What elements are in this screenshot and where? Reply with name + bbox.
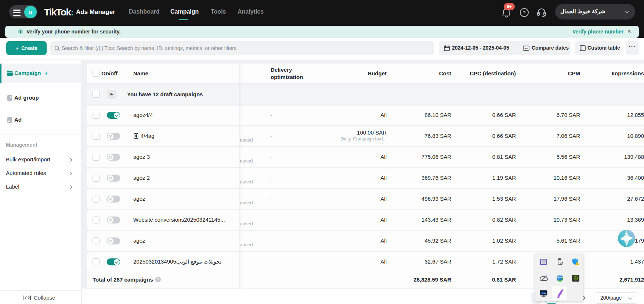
svg-text:vs: vs — [525, 47, 528, 50]
svg-text:?: ? — [523, 10, 526, 15]
svg-text:!: ! — [577, 262, 578, 265]
